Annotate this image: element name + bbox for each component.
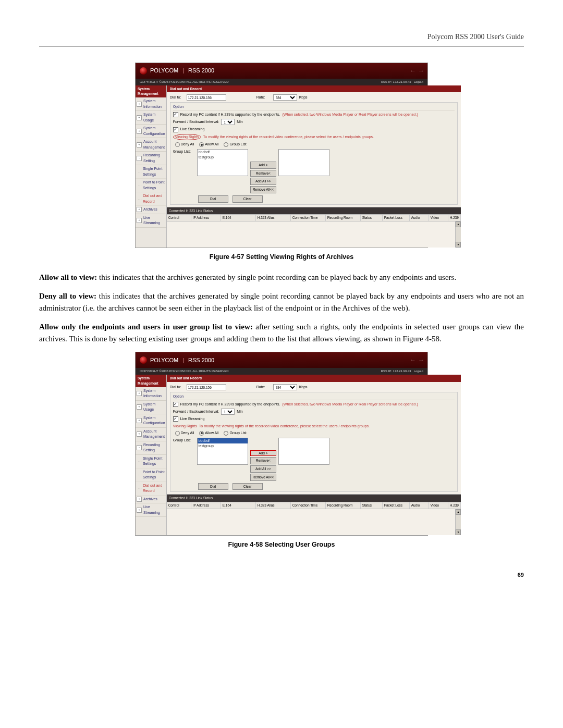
group-item-0[interactable]: bbdbdf <box>198 150 248 155</box>
logout-link[interactable]: Logout <box>414 369 423 373</box>
clear-button[interactable]: Clear <box>232 195 263 203</box>
live-streaming-checkbox[interactable] <box>173 127 178 132</box>
nav-account-management[interactable]: +Account Management <box>136 428 166 441</box>
add-button[interactable]: Add > <box>250 450 276 456</box>
record-pc-label: Record my PC content if H.239 is support… <box>180 112 280 118</box>
allow-all-radio[interactable]: Allow All <box>199 142 218 147</box>
forward-interval-select[interactable]: 1 <box>221 119 235 125</box>
viewing-rights-label: Viewing Rights <box>173 424 197 429</box>
sidebar-title: System Management <box>136 85 166 98</box>
brand: POLYCOM <box>150 66 178 75</box>
scroll-up-icon[interactable]: ▲ <box>456 221 461 227</box>
group-list-target[interactable] <box>278 149 329 176</box>
nav-recording-setting[interactable]: -Recording Setting <box>136 441 166 455</box>
dial-button[interactable]: Dial <box>198 195 228 203</box>
nav-system-configuration[interactable]: +System Configuration <box>136 414 166 428</box>
live-streaming-checkbox[interactable] <box>173 416 178 422</box>
doc-header: Polycom RSS 2000 User's Guide <box>39 31 524 42</box>
rate-select[interactable]: 384 <box>273 384 297 390</box>
record-pc-hint: (When selected, two Windows Media Player… <box>282 112 418 118</box>
deny-all-radio[interactable]: Deny All <box>175 430 194 436</box>
nav-live-streaming[interactable]: +Live Streaming <box>136 503 166 517</box>
viewing-rights-hint: To modify the viewing rights of the reco… <box>203 134 374 140</box>
deny-all-radio[interactable]: Deny All <box>175 142 194 147</box>
nav-system-configuration[interactable]: +System Configuration <box>136 125 166 138</box>
nav-dial-out-and-record[interactable]: Dial out and Record <box>136 482 166 496</box>
status-bar-title: Connected H.323 Link Status <box>167 207 461 215</box>
nav-archives[interactable]: +Archives <box>136 496 166 504</box>
paragraph-deny-all: Deny all to view: this indicates that th… <box>39 290 524 314</box>
viewing-rights-label: Viewing Rights <box>173 134 201 141</box>
status-table-header: Control IP Address E.164 H.323 Alias Con… <box>167 214 461 221</box>
group-item-1[interactable]: testgroup <box>198 443 248 449</box>
figure-2-screenshot: POLYCOM | RSS 2000 ← → COPYRIGHT ©2006 P… <box>135 352 428 536</box>
rss-ip: RSS IP: 172.21.99.43 <box>381 80 411 83</box>
add-all-button[interactable]: Add All >> <box>250 465 276 473</box>
nav-live-streaming[interactable]: +Live Streaming <box>136 214 166 228</box>
group-list-source[interactable]: bbdbdf testgroup <box>197 149 248 176</box>
page-number: 69 <box>39 571 524 579</box>
dial-to-input[interactable] <box>187 94 226 101</box>
nav-point-to-point-settings[interactable]: Point to Point Settings <box>136 468 166 482</box>
nav-list: +System Information +System Usage +Syste… <box>136 97 166 228</box>
nav-back-icon[interactable]: ← <box>410 66 416 76</box>
figure-2-caption: Figure 4-58 Selecting User Groups <box>39 540 524 550</box>
paragraph-group-list: Allow only the endpoints and users in us… <box>39 321 524 344</box>
nav-system-usage[interactable]: +System Usage <box>136 401 166 414</box>
add-all-button[interactable]: Add All >> <box>250 178 276 185</box>
nav-recording-setting[interactable]: -Recording Setting <box>136 152 166 165</box>
nav-forward-icon[interactable]: → <box>418 355 424 365</box>
polycom-logo-icon <box>140 67 147 75</box>
paragraph-allow-all: Allow all to view: this indicates that t… <box>39 272 524 283</box>
group-item-1[interactable]: testgroup <box>198 155 248 161</box>
figure-1-caption: Figure 4-57 Setting Viewing Rights of Ar… <box>39 252 524 262</box>
nav-system-information[interactable]: +System Information <box>136 387 166 401</box>
allow-all-radio[interactable]: Allow All <box>199 430 218 436</box>
nav-single-point-settings[interactable]: Single Point Settings <box>136 455 166 468</box>
nav-archives[interactable]: +Archives <box>136 206 166 214</box>
rate-select[interactable]: 384 <box>273 94 297 101</box>
scrollbar[interactable]: ▲ ▼ <box>455 221 461 248</box>
remove-button[interactable]: Remove< <box>250 457 276 464</box>
min-label: Min <box>237 119 242 125</box>
figure-1-screenshot: POLYCOM | RSS 2000 ← → COPYRIGHT ©2006 P… <box>135 63 428 249</box>
nav-system-information[interactable]: +System Information <box>136 97 166 111</box>
option-title: Option <box>173 104 455 110</box>
nav-forward-icon[interactable]: → <box>418 66 424 76</box>
app-header: POLYCOM | RSS 2000 ← → <box>136 63 427 79</box>
remove-all-button[interactable]: Remove All<< <box>250 186 276 193</box>
add-button[interactable]: Add > <box>250 162 276 169</box>
kbps-label: Kbps <box>299 95 308 101</box>
remove-button[interactable]: Remove< <box>250 170 276 177</box>
remove-all-button[interactable]: Remove All<< <box>250 474 276 481</box>
scroll-up-icon[interactable]: ▲ <box>456 509 461 515</box>
forward-interval-select[interactable]: 1 <box>221 409 235 415</box>
nav-point-to-point-settings[interactable]: Point to Point Settings <box>136 179 166 192</box>
group-list-source[interactable]: bbdbdf testgroup <box>197 438 248 465</box>
dial-to-input[interactable] <box>187 384 226 390</box>
clear-button[interactable]: Clear <box>232 483 263 490</box>
nav-dial-out-and-record[interactable]: Dial out and Record <box>136 192 166 206</box>
record-pc-checkbox[interactable] <box>173 402 178 407</box>
group-list-label: Group List: <box>173 149 195 155</box>
scroll-down-icon[interactable]: ▼ <box>456 242 461 248</box>
nav-system-usage[interactable]: +System Usage <box>136 111 166 125</box>
group-item-0[interactable]: bbdbdf <box>198 438 248 444</box>
group-list-target[interactable] <box>278 438 329 465</box>
rate-label: Rate: <box>256 95 271 101</box>
product: RSS 2000 <box>188 66 214 75</box>
scroll-down-icon[interactable]: ▼ <box>456 529 461 535</box>
group-list-radio[interactable]: Group List <box>224 142 246 147</box>
nav-account-management[interactable]: +Account Management <box>136 138 166 152</box>
copyright: COPYRIGHT ©2006 POLYCOM INC. ALL RIGHTS … <box>140 80 229 84</box>
nav-back-icon[interactable]: ← <box>410 355 416 365</box>
group-list-radio[interactable]: Group List <box>224 430 246 436</box>
dial-to-label: Dial to: <box>170 95 185 101</box>
status-table-body: ▲ ▼ <box>167 221 461 248</box>
scrollbar[interactable]: ▲ ▼ <box>455 509 461 535</box>
dial-button[interactable]: Dial <box>198 483 228 490</box>
forward-interval-label: Forward / Backward interval: <box>173 119 219 125</box>
logout-link[interactable]: Logout <box>414 80 423 83</box>
record-pc-checkbox[interactable] <box>173 112 178 117</box>
nav-single-point-settings[interactable]: Single Point Settings <box>136 165 166 179</box>
